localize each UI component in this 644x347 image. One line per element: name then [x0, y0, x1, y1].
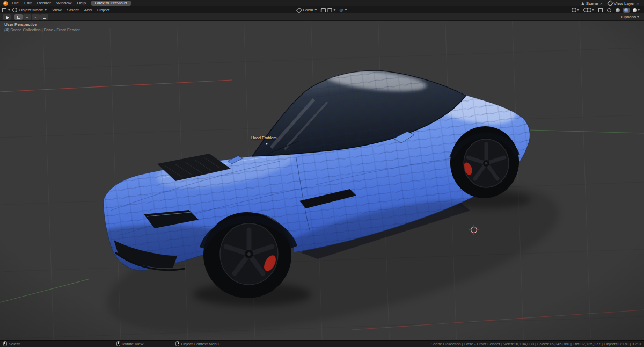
- show-overlays-toggle[interactable]: [582, 7, 595, 13]
- menu-file[interactable]: File: [9, 0, 21, 6]
- select-subtract-icon: [35, 15, 37, 19]
- transform-orientation-dropdown[interactable]: Local: [297, 8, 317, 12]
- select-extend-icon: [26, 15, 28, 19]
- scene-selector-label: Scene: [586, 1, 598, 6]
- chevron-down-icon: [345, 9, 347, 11]
- active-tool-button[interactable]: [3, 14, 11, 20]
- gizmo-icon: [572, 8, 576, 12]
- menu-add[interactable]: Add: [82, 7, 94, 13]
- scene-statistics: Scene Collection | Base - Front Fender |…: [430, 342, 641, 346]
- menu-view[interactable]: View: [49, 7, 64, 13]
- mouse-middle-icon: [116, 341, 120, 346]
- status-context-menu-hint: Object Context Menu: [175, 341, 218, 346]
- hood-emblem-marker: [266, 143, 268, 145]
- proportional-editing-icon: [340, 8, 343, 12]
- mode-dropdown[interactable]: Object Mode: [12, 8, 47, 12]
- menu-render[interactable]: Render: [34, 0, 54, 6]
- transform-orientation-icon: [296, 7, 302, 13]
- xray-icon: [598, 8, 603, 12]
- options-dropdown[interactable]: Options: [621, 15, 641, 19]
- viewport-canvas[interactable]: [0, 0, 644, 347]
- shading-material-icon: [624, 8, 628, 12]
- view-layer-selector-label: View Layer: [614, 1, 635, 6]
- chevron-down-icon: [45, 9, 47, 11]
- shading-material-button[interactable]: [623, 8, 630, 13]
- status-context-menu-label: Object Context Menu: [181, 342, 218, 346]
- status-select-label: Select: [9, 342, 20, 346]
- chevron-down-icon: [577, 9, 579, 11]
- shading-wireframe-button[interactable]: [606, 8, 612, 13]
- xray-toggle[interactable]: [597, 8, 604, 13]
- status-select-hint: Select: [3, 341, 20, 346]
- statusbar: Select Rotate View Object Context Menu S…: [0, 340, 644, 347]
- menu-help[interactable]: Help: [74, 0, 88, 6]
- close-icon[interactable]: [600, 1, 603, 6]
- mouse-right-icon: [175, 341, 179, 346]
- status-rotate-label: Rotate View: [122, 342, 143, 346]
- back-to-previous-button[interactable]: Back to Previous: [91, 1, 131, 6]
- chevron-down-icon: [8, 9, 10, 11]
- proportional-editing-toggle[interactable]: [340, 8, 347, 12]
- view-layer-selector[interactable]: View Layer: [606, 1, 641, 6]
- show-gizmo-toggle[interactable]: [570, 7, 580, 13]
- status-rotate-hint: Rotate View: [116, 341, 143, 346]
- viewport-perspective-label: User Perspective: [4, 22, 37, 27]
- snap-magnet-icon: [321, 8, 326, 12]
- chevron-down-icon: [334, 9, 336, 11]
- menu-select[interactable]: Select: [64, 7, 82, 13]
- object-mode-icon: [12, 8, 17, 12]
- view-layer-icon: [607, 0, 613, 6]
- chevron-down-icon: [637, 16, 639, 18]
- mouse-left-icon: [3, 341, 7, 346]
- select-invert-icon: [43, 16, 46, 19]
- mode-dropdown-label: Object Mode: [19, 8, 43, 12]
- object-name-label: Hood Emblem: [251, 135, 277, 140]
- menu-object[interactable]: Object: [94, 7, 112, 13]
- scene-selector[interactable]: Scene: [580, 1, 604, 6]
- shading-wireframe-icon: [607, 8, 611, 12]
- overlays-icon-2: [587, 8, 591, 12]
- select-box-icon: [17, 16, 20, 19]
- select-mode-set-button[interactable]: [14, 14, 23, 20]
- options-label: Options: [621, 15, 636, 19]
- scene-icon: [581, 2, 584, 5]
- shading-solid-icon: [616, 8, 620, 12]
- select-tool-icon: [4, 15, 9, 19]
- viewport-breadcrumb: (4) Scene Collection | Base - Front Fend…: [4, 27, 80, 32]
- editor-type-icon: [2, 8, 6, 12]
- blender-logo-icon[interactable]: [3, 1, 8, 6]
- chevron-down-icon: [638, 9, 640, 11]
- select-mode-extend-button[interactable]: [23, 14, 31, 20]
- snap-target-icon: [328, 8, 332, 12]
- menu-edit[interactable]: Edit: [21, 0, 34, 6]
- shading-rendered-button[interactable]: [632, 8, 641, 13]
- snap-controls[interactable]: [321, 8, 336, 12]
- select-mode-invert-button[interactable]: [40, 14, 48, 20]
- editor-type-selector[interactable]: [2, 8, 10, 12]
- chevron-down-icon: [315, 9, 317, 11]
- viewport-header: Object Mode View Select Add Object Local: [0, 6, 644, 14]
- shading-solid-button[interactable]: [614, 8, 621, 13]
- menu-window[interactable]: Window: [54, 0, 74, 6]
- chevron-down-icon: [592, 9, 594, 11]
- transform-orientation-label: Local: [303, 8, 313, 12]
- shading-rendered-icon: [633, 8, 637, 12]
- close-icon[interactable]: [636, 1, 639, 6]
- select-mode-subtract-button[interactable]: [32, 14, 40, 20]
- tool-header: Options: [0, 13, 644, 21]
